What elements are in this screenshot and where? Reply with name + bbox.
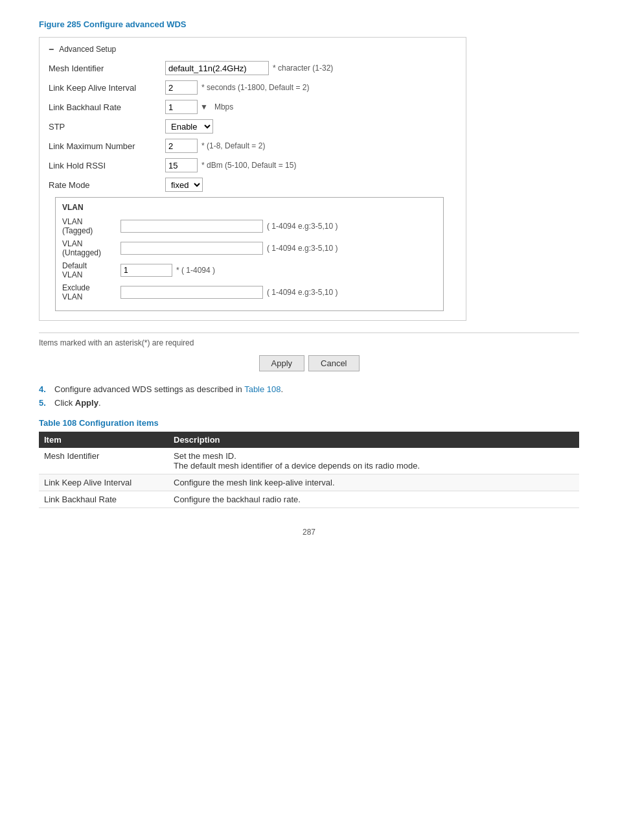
page-number: 287 — [39, 528, 579, 537]
exclude-vlan-label: ExcludeVLAN — [62, 283, 120, 301]
stp-select[interactable]: Enable Disable — [165, 119, 213, 134]
apply-button[interactable]: Apply — [259, 355, 305, 371]
mesh-id-desc-line2: The default mesh identifier of a device … — [174, 461, 420, 471]
mesh-identifier-label: Mesh Identifier — [49, 64, 165, 73]
vlan-header: VLAN — [62, 203, 437, 212]
cell-link-keep-alive-desc: Configure the mesh link keep-alive inter… — [168, 474, 579, 491]
apply-bold: Apply — [75, 398, 98, 408]
vlan-tagged-hint: ( 1-4094 e.g:3-5,10 ) — [267, 222, 338, 231]
default-vlan-input[interactable] — [120, 264, 172, 277]
link-hold-rssi-row: Link Hold RSSI * dBm (5-100, Default = 1… — [49, 158, 457, 172]
figure-title: Figure 285 Configure advanced WDS — [39, 19, 579, 29]
exclude-vlan-input[interactable] — [120, 286, 263, 299]
col-item: Item — [39, 432, 168, 448]
step-5: 5. Click Apply. — [39, 398, 579, 408]
vlan-box: VLAN VLAN(Tagged) ( 1-4094 e.g:3-5,10 ) … — [55, 197, 444, 311]
mesh-identifier-input[interactable] — [165, 61, 269, 75]
required-note: Items marked with an asterisk(*) are req… — [39, 338, 579, 347]
link-maximum-number-label: Link Maximum Number — [49, 141, 165, 151]
link-keep-alive-label: Link Keep Alive Interval — [49, 83, 165, 93]
mesh-identifier-row: Mesh Identifier * character (1-32) — [49, 61, 457, 75]
link-keep-alive-row: Link Keep Alive Interval * seconds (1-18… — [49, 80, 457, 95]
cancel-button[interactable]: Cancel — [308, 355, 359, 371]
vlan-untagged-row: VLAN(Untagged) ( 1-4094 e.g:3-5,10 ) — [62, 239, 437, 257]
cell-link-keep-alive-item: Link Keep Alive Interval — [39, 474, 168, 491]
cell-mesh-id-desc: Set the mesh ID. The default mesh identi… — [168, 448, 579, 474]
link-keep-alive-hint: * seconds (1-1800, Default = 2) — [201, 83, 309, 92]
vlan-untagged-hint: ( 1-4094 e.g:3-5,10 ) — [267, 244, 338, 253]
link-backhaul-rate-row: Link Backhaul Rate ▼ Mbps — [49, 100, 457, 114]
stp-row: STP Enable Disable — [49, 119, 457, 134]
cell-link-backhaul-desc: Configure the backhaul radio rate. — [168, 491, 579, 508]
cell-mesh-id-item: Mesh Identifier — [39, 448, 168, 474]
default-vlan-hint: * ( 1-4094 ) — [176, 266, 215, 275]
vlan-tagged-input[interactable] — [120, 220, 263, 233]
link-hold-rssi-hint: * dBm (5-100, Default = 15) — [201, 161, 296, 170]
col-description: Description — [168, 432, 579, 448]
link-maximum-number-row: Link Maximum Number * (1-8, Default = 2) — [49, 139, 457, 153]
exclude-vlan-row: ExcludeVLAN ( 1-4094 e.g:3-5,10 ) — [62, 283, 437, 301]
table-row-mesh-id: Mesh Identifier Set the mesh ID. The def… — [39, 448, 579, 474]
link-backhaul-rate-control: ▼ Mbps — [165, 100, 233, 114]
config-table: Item Description Mesh Identifier Set the… — [39, 432, 579, 508]
chevron-down-icon: ▼ — [200, 102, 208, 111]
link-backhaul-rate-label: Link Backhaul Rate — [49, 102, 165, 112]
table-header-row: Item Description — [39, 432, 579, 448]
advanced-setup-box: − Advanced Setup Mesh Identifier * chara… — [39, 37, 466, 321]
link-backhaul-rate-input[interactable] — [165, 100, 198, 114]
step-4: 4. Configure advanced WDS settings as de… — [39, 384, 579, 394]
section-header-label: Advanced Setup — [59, 45, 116, 54]
rate-mode-row: Rate Mode fixed auto — [49, 178, 457, 192]
table-body: Mesh Identifier Set the mesh ID. The def… — [39, 448, 579, 508]
default-vlan-row: DefaultVLAN * ( 1-4094 ) — [62, 261, 437, 279]
exclude-vlan-hint: ( 1-4094 e.g:3-5,10 ) — [267, 288, 338, 297]
link-backhaul-rate-unit: Mbps — [214, 102, 233, 111]
vlan-tagged-label: VLAN(Tagged) — [62, 217, 120, 235]
cell-link-backhaul-item: Link Backhaul Rate — [39, 491, 168, 508]
link-keep-alive-input[interactable] — [165, 80, 198, 95]
link-hold-rssi-label: Link Hold RSSI — [49, 161, 165, 170]
vlan-untagged-input[interactable] — [120, 242, 263, 255]
table-row-link-backhaul: Link Backhaul Rate Configure the backhau… — [39, 491, 579, 508]
vlan-tagged-row: VLAN(Tagged) ( 1-4094 e.g:3-5,10 ) — [62, 217, 437, 235]
collapse-icon[interactable]: − — [49, 44, 54, 54]
step-5-number: 5. — [39, 398, 54, 408]
link-maximum-number-hint: * (1-8, Default = 2) — [201, 141, 265, 150]
table-row-link-keep-alive: Link Keep Alive Interval Configure the m… — [39, 474, 579, 491]
mesh-id-desc-line1: Set the mesh ID. — [174, 451, 236, 461]
step-5-text: Click Apply. — [54, 398, 101, 408]
table-title: Table 108 Configuration items — [39, 418, 579, 428]
stp-label: STP — [49, 122, 165, 132]
step-4-text: Configure advanced WDS settings as descr… — [54, 384, 283, 394]
section-header: − Advanced Setup — [49, 44, 457, 54]
vlan-untagged-label: VLAN(Untagged) — [62, 239, 120, 257]
table-108-link[interactable]: Table 108 — [244, 384, 280, 394]
table-header: Item Description — [39, 432, 579, 448]
link-maximum-number-input[interactable] — [165, 139, 198, 153]
link-hold-rssi-input[interactable] — [165, 158, 198, 172]
step-4-number: 4. — [39, 384, 54, 394]
divider — [39, 332, 579, 333]
rate-mode-label: Rate Mode — [49, 180, 165, 190]
default-vlan-label: DefaultVLAN — [62, 261, 120, 279]
rate-mode-select[interactable]: fixed auto — [165, 178, 203, 192]
mesh-identifier-hint: * character (1-32) — [273, 64, 333, 73]
button-row: Apply Cancel — [39, 355, 579, 371]
steps-list: 4. Configure advanced WDS settings as de… — [39, 384, 579, 408]
